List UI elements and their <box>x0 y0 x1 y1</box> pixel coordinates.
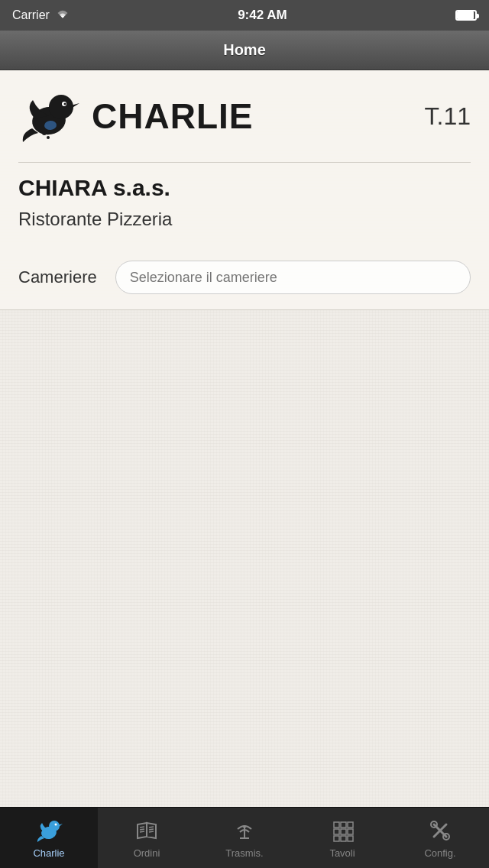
battery-icon <box>455 10 477 21</box>
cameriere-input[interactable] <box>115 261 471 294</box>
tavoli-tab-label: Tavoli <box>329 847 355 859</box>
svg-rect-16 <box>348 822 353 828</box>
nav-bar: Home <box>0 31 489 70</box>
tavoli-tab-icon <box>329 817 356 844</box>
restaurant-type: Ristorante Pizzeria <box>18 209 471 230</box>
config-tab-label: Config. <box>424 847 455 859</box>
svg-point-13 <box>243 825 246 828</box>
tab-bar: Charlie Ordini <box>0 807 489 868</box>
info-card: CHARLIE T.11 CHIARA s.a.s. Ristorante Pi… <box>0 70 489 310</box>
carrier-text: Carrier <box>12 8 50 22</box>
charlie-tab-icon <box>35 817 63 844</box>
ordini-tab-label: Ordini <box>134 847 160 859</box>
svg-rect-18 <box>341 829 346 834</box>
trasmis-tab-label: Trasmis. <box>225 847 263 859</box>
trasmis-tab-icon <box>231 817 258 844</box>
svg-rect-19 <box>348 829 353 834</box>
svg-rect-21 <box>341 836 346 841</box>
status-bar: Carrier 9:42 AM <box>0 0 489 31</box>
restaurant-name: CHIARA s.a.s. <box>18 175 471 201</box>
logo-row: CHARLIE T.11 <box>18 86 471 147</box>
svg-rect-22 <box>348 836 353 841</box>
svg-point-1 <box>49 95 73 119</box>
svg-point-5 <box>42 131 47 135</box>
nav-title: Home <box>223 41 266 59</box>
config-tab-icon <box>426 817 454 844</box>
tab-trasmis[interactable]: Trasmis. <box>196 808 293 868</box>
svg-rect-17 <box>334 829 339 834</box>
svg-rect-15 <box>341 822 346 828</box>
divider-1 <box>18 162 471 163</box>
charlie-tab-label: Charlie <box>33 847 64 859</box>
tab-ordini[interactable]: Ordini <box>98 808 196 868</box>
svg-point-8 <box>49 821 60 831</box>
cameriere-row: Cameriere <box>18 253 471 294</box>
svg-point-9 <box>55 824 57 826</box>
tab-charlie[interactable]: Charlie <box>0 808 98 868</box>
logo-bird-icon <box>18 86 79 147</box>
status-right <box>455 10 477 21</box>
cameriere-label: Cameriere <box>18 267 97 287</box>
tab-tavoli[interactable]: Tavoli <box>293 808 391 868</box>
status-left: Carrier <box>12 8 70 22</box>
ordini-tab-icon <box>133 817 160 844</box>
svg-point-3 <box>64 103 66 105</box>
tab-config[interactable]: Config. <box>391 808 489 868</box>
svg-rect-20 <box>334 836 339 841</box>
brand-name: CHARLIE <box>92 96 413 137</box>
table-number: T.11 <box>425 102 471 131</box>
svg-rect-14 <box>334 822 339 828</box>
main-content: CHARLIE T.11 CHIARA s.a.s. Ristorante Pi… <box>0 70 489 807</box>
status-time: 9:42 AM <box>238 8 287 23</box>
svg-point-6 <box>47 136 50 139</box>
wifi-icon <box>56 9 70 22</box>
